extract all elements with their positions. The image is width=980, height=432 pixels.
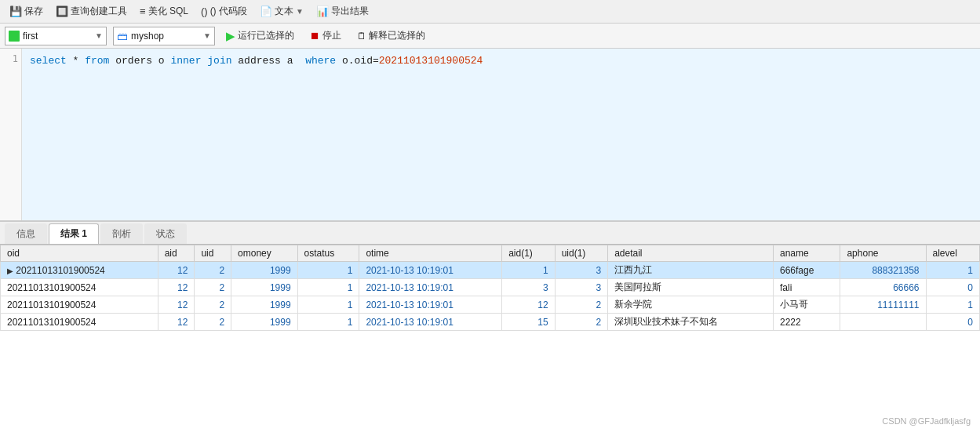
col-header-aid1: aid(1) (502, 245, 555, 262)
tab-profile[interactable]: 剖析 (100, 223, 143, 244)
stop-icon: ⏹ (310, 30, 320, 42)
sql-line-1: select * from orders o inner join addres… (30, 53, 972, 69)
tab-results1[interactable]: 结果 1 (49, 223, 99, 244)
text-button[interactable]: 📄 文本 ▼ (255, 3, 308, 20)
col-header-aname: aname (773, 245, 840, 262)
col-header-uid1: uid(1) (555, 245, 607, 262)
code-icon: () (201, 5, 208, 17)
beautify-button[interactable]: ≡ 美化 SQL (135, 3, 193, 20)
col-header-ostatus: ostatus (297, 245, 359, 262)
kw-join: join (207, 53, 231, 69)
main-layout: 💾 保存 🔲 查询创建工具 ≡ 美化 SQL () () 代码段 📄 文本 ▼ … (0, 0, 980, 432)
watermark: CSDN @GFJadfkljasfg (882, 416, 971, 426)
save-button[interactable]: 💾 保存 (5, 3, 48, 20)
database-name-label: myshop (131, 31, 164, 42)
code-button[interactable]: () () 代码段 (196, 3, 252, 20)
run-button[interactable]: ▶ 运行已选择的 (221, 27, 299, 45)
tab-status[interactable]: 状态 (144, 223, 187, 244)
table-row[interactable]: ▶ 20211013101900524122199912021-10-13 10… (1, 262, 980, 279)
col-header-aid: aid (158, 245, 195, 262)
table-row[interactable]: 20211013101900524122199912021-10-13 10:1… (1, 279, 980, 296)
col-header-uid: uid (195, 245, 231, 262)
tabs-bar: 信息 结果 1 剖析 状态 (0, 221, 980, 245)
sql-content-area[interactable]: select * from orders o inner join addres… (22, 49, 980, 220)
table-row[interactable]: 20211013101900524122199912021-10-13 10:1… (1, 296, 980, 314)
col-header-omoney: omoney (231, 245, 297, 262)
stop-button[interactable]: ⏹ 停止 (305, 27, 346, 44)
col-header-oid: oid (1, 245, 158, 262)
kw-inner: inner (170, 53, 201, 69)
connection-name-label: first (23, 31, 38, 42)
database-dropdown-arrow: ▼ (203, 31, 211, 40)
results-area[interactable]: oid aid uid omoney ostatus otime aid(1) … (0, 245, 980, 432)
col-header-aphone: aphone (840, 245, 926, 262)
beautify-icon: ≡ (140, 5, 146, 17)
connection-dropdown-arrow: ▼ (95, 31, 103, 40)
sql-editor[interactable]: 1 select * from orders o inner join addr… (0, 49, 980, 221)
save-icon: 💾 (9, 5, 22, 17)
col-header-otime: otime (359, 245, 502, 262)
connection-status-dot (9, 31, 20, 42)
connection-selector[interactable]: first ▼ (5, 27, 107, 45)
kw-where: where (305, 53, 336, 69)
explain-icon: 🗒 (357, 31, 366, 42)
bottom-section: 信息 结果 1 剖析 状态 oid aid uid omoney (0, 221, 980, 432)
connection-bar: first ▼ 🗃 myshop ▼ ▶ 运行已选择的 ⏹ 停止 🗒 解释已选择… (0, 24, 980, 49)
results-table: oid aid uid omoney ostatus otime aid(1) … (0, 245, 980, 331)
export-icon: 📊 (316, 5, 329, 17)
database-icon: 🗃 (117, 30, 128, 42)
explain-button[interactable]: 🗒 解释已选择的 (352, 27, 430, 44)
export-button[interactable]: 📊 导出结果 (311, 3, 373, 20)
play-icon: ▶ (226, 29, 235, 43)
database-selector[interactable]: 🗃 myshop ▼ (113, 27, 215, 45)
text-icon: 📄 (260, 5, 272, 17)
col-header-adetail: adetail (608, 245, 774, 262)
line-numbers: 1 (0, 49, 22, 220)
toolbar: 💾 保存 🔲 查询创建工具 ≡ 美化 SQL () () 代码段 📄 文本 ▼ … (0, 0, 980, 24)
col-header-alevel: alevel (926, 245, 979, 262)
table-header-row: oid aid uid omoney ostatus otime aid(1) … (1, 245, 980, 262)
sql-oid-value: 20211013101900524 (379, 53, 483, 69)
kw-from: from (85, 53, 109, 69)
tab-info[interactable]: 信息 (5, 223, 47, 244)
query-builder-icon: 🔲 (56, 5, 68, 17)
kw-select: select (30, 53, 67, 69)
query-builder-button[interactable]: 🔲 查询创建工具 (51, 3, 132, 20)
table-row[interactable]: 20211013101900524122199912021-10-13 10:1… (1, 314, 980, 331)
